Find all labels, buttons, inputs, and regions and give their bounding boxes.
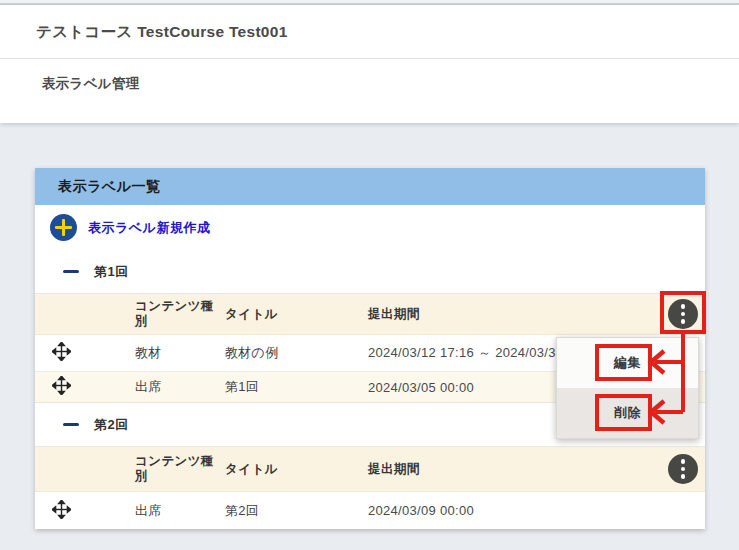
kebab-menu-icon[interactable] <box>668 454 698 484</box>
page: テストコース TestCourse Test001 表示ラベル管理 表示ラベル一… <box>0 0 739 550</box>
section-label: 第2回 <box>94 416 129 434</box>
plus-icon[interactable] <box>50 214 77 241</box>
minus-icon <box>63 423 79 427</box>
column-title: タイトル <box>225 307 368 322</box>
menu-item-delete[interactable]: 削除 <box>557 388 698 438</box>
cell-content-type: 出席 <box>135 378 225 396</box>
page-title: 表示ラベル管理 <box>0 59 739 93</box>
cell-title: 第2回 <box>225 502 368 520</box>
panel-header: 表示ラベル一覧 <box>35 168 705 205</box>
create-label-link[interactable]: 表示ラベル新規作成 <box>88 219 210 237</box>
cell-period: 2024/03/09 00:00 <box>368 503 661 518</box>
cell-content-type: 出席 <box>135 502 225 520</box>
panel-title: 表示ラベル一覧 <box>58 178 160 196</box>
create-label-row: 表示ラベル新規作成 <box>35 205 705 250</box>
context-menu: 編集 削除 <box>556 337 699 439</box>
move-handle-icon[interactable] <box>52 342 71 361</box>
column-period: 提出期間 <box>368 307 661 322</box>
table-header-2: コンテンツ種別 タイトル 提出期間 <box>35 446 705 492</box>
page-header: テストコース TestCourse Test001 表示ラベル管理 <box>0 5 739 123</box>
section-toggle-1[interactable]: 第1回 <box>35 250 705 293</box>
column-period: 提出期間 <box>368 462 661 477</box>
table-header-1: コンテンツ種別 タイトル 提出期間 <box>35 293 705 335</box>
move-handle-icon[interactable] <box>52 500 71 519</box>
minus-icon <box>63 270 79 274</box>
menu-item-edit[interactable]: 編集 <box>557 338 698 388</box>
column-content-type: コンテンツ種別 <box>135 299 225 329</box>
cell-content-type: 教材 <box>135 344 225 362</box>
table-row: 出席 第2回 2024/03/09 00:00 <box>35 492 705 529</box>
course-title: テストコース TestCourse Test001 <box>0 5 739 43</box>
column-content-type: コンテンツ種別 <box>135 454 225 484</box>
kebab-menu-icon[interactable] <box>668 299 698 329</box>
move-handle-icon[interactable] <box>52 376 71 395</box>
cell-title: 教材の例 <box>225 344 368 362</box>
cell-title: 第1回 <box>225 378 368 396</box>
section-label: 第1回 <box>94 263 129 281</box>
column-title: タイトル <box>225 462 368 477</box>
